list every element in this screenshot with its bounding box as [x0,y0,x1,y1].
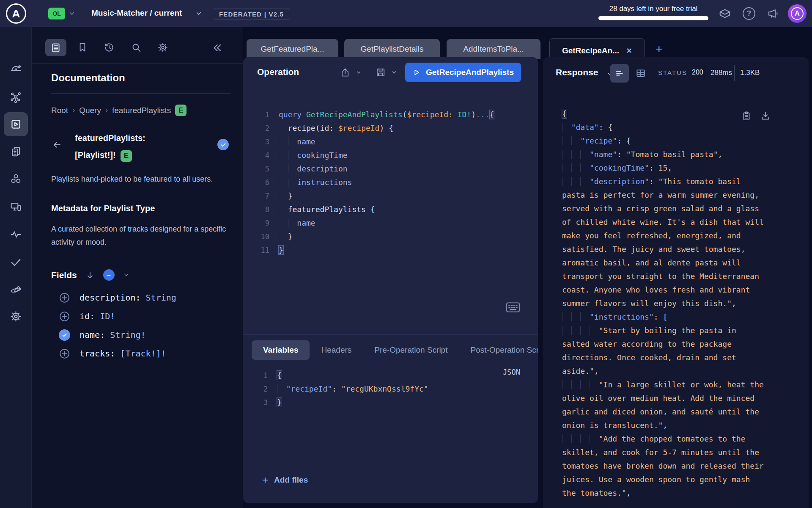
back-arrow-icon[interactable] [51,140,63,150]
field-row-name[interactable]: name: String! [51,326,229,344]
status-value: 200 [692,69,703,76]
field-name: id: [80,311,95,321]
field-type: String! [110,330,145,340]
clients-icon[interactable] [10,201,22,213]
divider [704,65,704,81]
plus-icon: + [262,474,268,486]
add-field-icon[interactable] [59,292,70,304]
documentation-panel: Documentation Root › Query › featuredPla… [32,27,243,508]
tab-getfeaturedplaylists[interactable]: GetFeaturedPla... [247,39,338,59]
subgraphs-icon[interactable] [10,173,22,185]
status-label: STATUS [658,69,687,76]
response-body[interactable]: { "data": { "recipe": { "name": "Tomato … [562,107,768,500]
close-tab-icon[interactable]: ✕ [626,46,632,55]
field-header: featuredPlaylists: [Playlist!]! E [51,130,229,163]
breadcrumb-separator: › [72,106,75,115]
fields-label: Fields [51,270,77,280]
new-tab-icon[interactable]: + [656,42,662,56]
tab-headers[interactable]: Headers [310,340,363,360]
field-row-tracks[interactable]: tracks: [Track!]! [51,344,229,363]
table-view-icon[interactable] [635,68,646,79]
sort-arrow-icon[interactable] [85,270,95,280]
graph-title[interactable]: Music-Matcher / current [91,8,182,18]
left-sidebar [0,27,32,508]
variables-tabs: Variables Headers Pre-Operation Script P… [252,340,538,360]
keyboard-shortcuts-icon[interactable] [506,302,520,313]
history-icon[interactable] [104,42,115,53]
bookmark-icon[interactable] [77,42,88,53]
wrap-view-icon[interactable] [610,64,629,83]
cube-icon[interactable] [718,7,732,20]
fields-chevron-down-icon[interactable] [123,272,129,278]
tab-post-operation-script[interactable]: Post-Operation Script [459,340,538,360]
tab-additemstoplaylist[interactable]: AddItemsToPla... [447,39,540,59]
insights-icon[interactable] [10,228,22,240]
trial-text: 28 days left in your free trial [598,5,708,13]
collapse-icon[interactable] [211,42,223,54]
graph-icon[interactable] [10,91,22,103]
document-icon[interactable] [45,39,66,56]
operation-header: Operation GetRecipeAndPlaylists [243,57,538,88]
apollo-logo-icon[interactable]: A [6,3,26,24]
tab-pre-operation-script[interactable]: Pre-Operation Script [363,340,459,360]
docs-gear-icon[interactable] [157,42,168,53]
breadcrumb-root[interactable]: Root [51,106,68,115]
play-icon [412,68,421,77]
search-icon[interactable] [131,42,142,53]
trial-banner: 28 days left in your free trial [598,5,708,20]
metadata-description: A curated collection of tracks designed … [51,223,229,249]
share-chevron-down-icon[interactable] [356,70,362,75]
help-icon[interactable]: ? [743,7,755,20]
launches-icon[interactable] [10,283,22,295]
operation-title: Operation [257,67,299,77]
org-chevron-down-icon[interactable] [69,11,75,17]
breadcrumb-separator: › [105,106,108,115]
save-icon[interactable] [375,66,386,78]
fields-list: description: String id: ID! name: String… [51,288,229,363]
response-panel: Response STATUS 200 288ms 1.3KB { "data"… [543,57,809,508]
tab-getplaylistdetails[interactable]: GetPlaylistDetails [344,39,440,59]
org-badge[interactable]: OL [48,8,65,19]
field-name: name: [80,330,105,340]
tab-variables[interactable]: Variables [252,340,310,360]
divider [734,65,735,81]
add-field-icon[interactable] [59,348,70,359]
field-type: ID! [100,311,115,321]
run-operation-button[interactable]: GetRecipeAndPlaylists [405,63,521,82]
add-field-icon[interactable] [59,311,70,322]
variables-editor[interactable]: 1{2 "recipeId": "recgUKbxnQssl9fYc"3} [243,369,538,409]
add-files-button[interactable]: + Add files [262,474,308,486]
field-title: featuredPlaylists: [Playlist!]! E [75,130,193,163]
trial-progress-bar [598,16,708,20]
docs-divider [51,93,230,94]
deselect-all-icon[interactable] [103,269,115,281]
operation-editor[interactable]: 1query GetRecipeAndPlaylists($recipeId: … [243,108,538,257]
latency-value: 288ms [710,69,732,77]
megaphone-icon[interactable] [766,7,780,20]
save-chevron-down-icon[interactable] [391,70,397,75]
docs-toolbar [32,27,243,64]
share-icon[interactable] [340,66,351,78]
graph-chevron-down-icon[interactable] [195,11,202,17]
entity-badge: E [121,150,132,162]
observatory-icon[interactable] [10,64,22,76]
plan-badge: FEDERATED | V2.5 [213,8,290,20]
field-row-description[interactable]: description: String [51,288,229,307]
fields-header: Fields [51,269,229,281]
breadcrumb: Root › Query › featuredPlaylists E [51,105,229,116]
metadata-title: Metadata for Playlist Type [51,204,229,213]
field-row-id[interactable]: id: ID! [51,307,229,326]
field-name: description: [80,293,141,303]
checks-icon[interactable] [10,256,22,268]
field-checked-icon[interactable] [59,329,70,341]
breadcrumb-query[interactable]: Query [79,106,101,115]
field-type: String [146,293,176,303]
field-selected-check-icon[interactable] [217,139,229,150]
field-description: Playlists hand-picked to be featured to … [51,173,229,186]
size-value: 1.3KB [740,69,760,77]
breadcrumb-field[interactable]: featuredPlaylists [112,106,171,115]
settings-icon[interactable] [10,310,22,323]
explorer-icon[interactable] [4,112,28,136]
avatar[interactable]: A [788,4,807,23]
changelog-icon[interactable] [10,146,22,158]
